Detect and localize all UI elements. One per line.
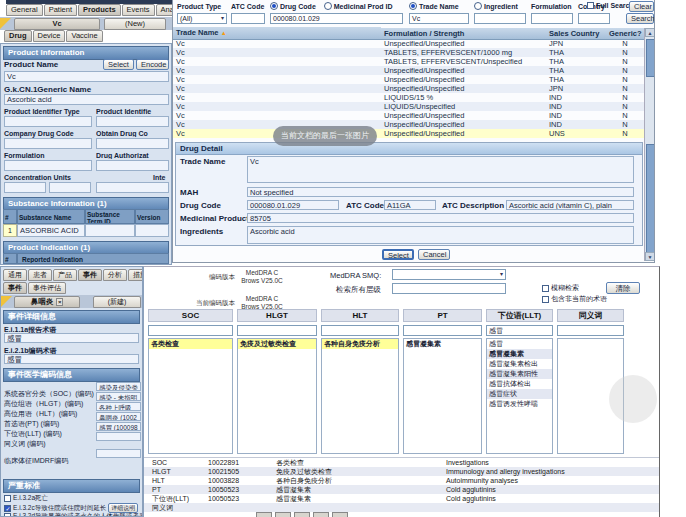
- conc-units-field-2[interactable]: [49, 182, 91, 193]
- results-row[interactable]: VcUnspecified/UnspecifiedTHAN: [173, 66, 644, 75]
- results-row[interactable]: VcUnspecified/UnspecifiedINDN: [173, 111, 644, 120]
- results-row[interactable]: VcLIQUIDS/UnspecifiedINDN: [173, 102, 644, 111]
- indication-row[interactable]: 1 Hypertension: [3, 264, 169, 265]
- results-col-country[interactable]: Sales Country: [546, 28, 606, 40]
- results-row[interactable]: VcUnspecified/UnspecifiedINDN: [173, 120, 644, 129]
- tab-actions-cn[interactable]: 措施: [128, 269, 143, 281]
- tab-event[interactable]: 事件: [3, 282, 27, 294]
- tab-device[interactable]: Device: [33, 30, 66, 42]
- case-tab-vc[interactable]: Vc: [14, 18, 100, 30]
- results-row[interactable]: VcLIQUIDS/15 %INDN: [173, 93, 644, 102]
- detail-cancel-button[interactable]: Cancel: [418, 249, 450, 260]
- llt-list-item[interactable]: 感冒: [487, 339, 552, 349]
- company-drug-code-field[interactable]: [4, 138, 92, 149]
- drug-code-input[interactable]: 000080.01.029: [270, 13, 403, 24]
- smq-select[interactable]: ▾: [392, 269, 506, 280]
- medicinal-prod-id-radio[interactable]: [324, 2, 332, 10]
- identifier-type-field[interactable]: [4, 116, 92, 127]
- results-col-formulation[interactable]: Formulation / Strength: [381, 28, 546, 40]
- atc-code-input[interactable]: [231, 13, 265, 24]
- obtain-drug-code-field[interactable]: [96, 138, 169, 149]
- bottom-button-stub[interactable]: [256, 512, 272, 517]
- ingredient-input[interactable]: [474, 13, 526, 24]
- hlt-list-item[interactable]: 各种自身免疫分析: [322, 339, 398, 349]
- results-col-generic[interactable]: Generic?: [606, 28, 644, 40]
- scroll-up-icon[interactable]: ▲: [645, 28, 655, 37]
- hlgt-list-item[interactable]: 免疫及过敏类检查: [238, 339, 316, 349]
- results-row[interactable]: VcTABLETS, EFFERVESCENT/1000 mgTHAN: [173, 48, 644, 57]
- synonym-field[interactable]: [96, 432, 141, 441]
- detail-select-button[interactable]: Select: [382, 249, 414, 260]
- drug-auth-field[interactable]: [96, 160, 169, 171]
- pt-filter-input[interactable]: [403, 325, 482, 336]
- generic-name-field[interactable]: Ascorbic acid: [4, 94, 169, 105]
- tab-analysis[interactable]: Analysis: [156, 4, 173, 16]
- results-row[interactable]: VcUnspecified/UnspecifiedJPNN: [173, 84, 644, 93]
- llt-filter-input[interactable]: 感冒: [486, 325, 553, 336]
- new-case-tab[interactable]: (New): [104, 18, 166, 30]
- full-search-checkbox[interactable]: [587, 2, 594, 9]
- select-button[interactable]: Select: [103, 59, 134, 70]
- hospitalization-checkbox[interactable]: [4, 505, 11, 512]
- drug-code-radio[interactable]: [270, 2, 278, 10]
- tab-products-cn[interactable]: 产品: [53, 269, 77, 281]
- tab-drug[interactable]: Drug: [4, 30, 32, 42]
- tab-general[interactable]: General: [6, 4, 43, 16]
- trade-name-input[interactable]: Vc: [409, 13, 469, 24]
- imdrf-field[interactable]: [96, 449, 141, 458]
- llt-list-item[interactable]: 感冒凝集素阳性: [487, 369, 552, 379]
- tab-patient-cn[interactable]: 患者: [28, 269, 52, 281]
- case-tab-nasopharyngitis[interactable]: 鼻咽炎 ×: [14, 296, 80, 308]
- trade-name-radio[interactable]: [409, 2, 417, 10]
- hlgt-field[interactable]: 感染 - 未指明: [96, 392, 141, 401]
- death-checkbox[interactable]: [4, 495, 11, 502]
- detail-ingredients-field[interactable]: Ascorbic acid: [247, 226, 634, 244]
- formulation-field[interactable]: [4, 160, 92, 171]
- soc-field[interactable]: 感染及侵染类: [96, 382, 141, 391]
- tab-event-assessment[interactable]: 事件评估: [28, 282, 66, 294]
- substance-row[interactable]: 1 ASCORBIC ACID: [3, 224, 169, 237]
- conc-units-field-1[interactable]: [4, 182, 46, 193]
- llt-list-item[interactable]: 感冒抗体检出: [487, 379, 552, 389]
- meddra-clear-button[interactable]: 清除: [606, 282, 640, 294]
- soc-list-item[interactable]: 各类检查: [149, 339, 232, 349]
- disability-checkbox[interactable]: [4, 513, 11, 517]
- pt-list-item[interactable]: 感冒凝集素: [404, 339, 481, 349]
- scrollbar-thumb[interactable]: [646, 39, 655, 77]
- intl-field[interactable]: [96, 182, 169, 193]
- close-icon[interactable]: ×: [56, 298, 63, 306]
- identifier-field[interactable]: [96, 116, 169, 127]
- detail-atc-code-field[interactable]: A11GA: [384, 200, 436, 210]
- product-name-field[interactable]: Vc: [4, 71, 169, 82]
- search-button[interactable]: Search: [626, 13, 654, 24]
- tab-vaccine[interactable]: Vaccine: [66, 30, 102, 42]
- pt-field[interactable]: 鼻咽炎 (1002: [96, 412, 141, 421]
- scroll-down-icon[interactable]: ▼: [645, 252, 655, 261]
- results-row[interactable]: VcTABLETS, EFFERVESCENT/UnspecifiedTHAN: [173, 57, 644, 66]
- hlt-filter-input[interactable]: [321, 325, 399, 336]
- results-row-selected[interactable]: VcUnspecified/UnspecifiedUNSN: [173, 129, 644, 138]
- formulation-search-input[interactable]: [531, 13, 573, 24]
- results-row[interactable]: VcUnspecified/UnspecifiedJPNN: [173, 39, 644, 48]
- scrollbar-thumb[interactable]: [646, 144, 655, 254]
- detail-atc-desc-field[interactable]: Ascorbic acid (vitamin C), plain: [506, 200, 634, 210]
- reported-term-field[interactable]: 感冒: [4, 333, 139, 343]
- detail-med-prod-id-field[interactable]: 85705: [247, 213, 634, 223]
- clear-button[interactable]: Clear: [629, 1, 654, 12]
- hlt-field[interactable]: 各种上呼吸: [96, 402, 141, 411]
- product-type-select[interactable]: (All) ▾: [177, 13, 227, 24]
- tab-events-cn[interactable]: 事件: [78, 269, 102, 281]
- new-case-tab-cn[interactable]: (新建): [93, 296, 141, 308]
- tab-products[interactable]: Products: [78, 4, 121, 16]
- llt-list-item[interactable]: 感冒症状: [487, 389, 552, 399]
- llt-list-item[interactable]: 感冒凝集素检出: [487, 359, 552, 369]
- noncurrent-checkbox[interactable]: [542, 296, 549, 303]
- coded-term-field[interactable]: 感冒: [4, 354, 139, 364]
- results-row[interactable]: VcUnspecified/UnspecifiedTHAN: [173, 75, 644, 84]
- bottom-button-stub[interactable]: [332, 512, 348, 517]
- tab-analysis-cn[interactable]: 分析: [103, 269, 127, 281]
- llt-list-item-selected[interactable]: 感冒凝集素: [487, 349, 552, 359]
- detail-trade-name-field[interactable]: Vc: [247, 156, 634, 183]
- fuzzy-search-checkbox[interactable]: [542, 285, 549, 292]
- dialog-scrollbar[interactable]: ▲ ▼: [644, 28, 655, 261]
